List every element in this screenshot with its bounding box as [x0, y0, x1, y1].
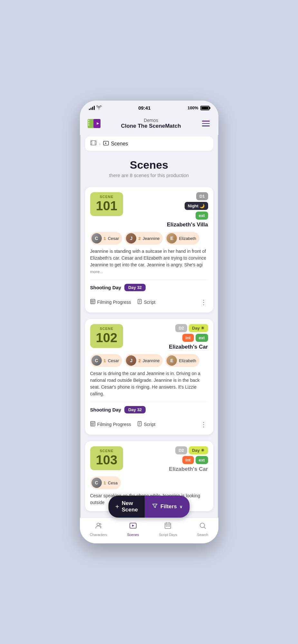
shooting-day-label: Shooting Day [90, 285, 121, 290]
svg-point-32 [100, 523, 101, 525]
svg-rect-38 [166, 526, 167, 527]
scene-card-top-102: SCENE 102 D2 Day ☀ int ext Elizabeth's C… [90, 324, 208, 350]
shooting-day-badge-102: Day 32 [124, 406, 146, 413]
filters-button[interactable]: Filters ∨ [145, 496, 190, 518]
script-days-nav-icon [164, 522, 172, 531]
char-num-1-102: 1 [104, 358, 106, 363]
scene-number-badge-101: SCENE 101 [90, 192, 123, 216]
status-time: 09:41 [138, 105, 150, 111]
hamburger-line-3 [202, 125, 210, 126]
main-scroll[interactable]: Scenes there are 8 scenes for this produ… [80, 154, 218, 543]
svg-rect-11 [95, 144, 96, 144]
nav-scenes[interactable]: Scenes [123, 520, 143, 538]
scene-location-102: Elizabeth's Car [169, 344, 208, 350]
new-scene-button[interactable]: + New Scene [108, 496, 145, 518]
script-btn-101[interactable]: Script [137, 299, 156, 305]
header-main-title: Clone The SceneMatch [121, 123, 181, 129]
filming-progress-btn-102[interactable]: Filming Progress [90, 421, 131, 428]
scene-label: SCENE [96, 195, 118, 199]
scene-number-badge-103: SCENE 103 [90, 446, 123, 470]
shooting-day-label-102: Shooting Day [90, 407, 121, 412]
character-chip-cesar-103: C 1 Cesa [90, 476, 121, 489]
character-chip-jeannine: J 2 Jeannine [125, 232, 163, 245]
nav-script-days[interactable]: Script Days [155, 520, 181, 538]
scene-card-top-103: SCENE 103 D2 Day ☀ int ext Elizabeth's C… [90, 446, 208, 472]
nav-search[interactable]: Search [193, 520, 212, 538]
app-header: Demos Clone The SceneMatch [80, 113, 218, 135]
battery-fill [201, 107, 208, 109]
nav-characters[interactable]: Characters [86, 520, 111, 538]
character-chip-elizabeth: E Elizabeth [165, 232, 199, 245]
scene-tags-101: D1 Night 🌙 ext [180, 192, 208, 220]
tag-day-103: Day ☀ [189, 446, 208, 454]
app-logo [86, 116, 102, 131]
svg-rect-13 [91, 299, 95, 304]
page-title-area: Scenes there are 8 scenes for this produ… [85, 154, 213, 181]
char-avatar-elizabeth-102: E [167, 355, 177, 366]
shooting-day-row-102: Shooting Day Day 32 [90, 402, 208, 413]
scene-label-102: SCENE [96, 327, 118, 331]
char-name-jeannine-102: Jeannine [143, 358, 160, 363]
characters-nav-label: Characters [90, 533, 107, 537]
scene-label-103: SCENE [96, 449, 118, 453]
svg-point-41 [200, 523, 205, 528]
hamburger-button[interactable] [200, 118, 212, 129]
svg-rect-39 [168, 526, 168, 527]
char-avatar-jeannine-102: J [126, 355, 136, 366]
scene-num-101: 101 [96, 199, 118, 213]
scene-num-103: 103 [96, 453, 118, 467]
scenes-breadcrumb-icon [103, 140, 109, 147]
svg-rect-40 [169, 526, 170, 527]
tag-d2-103: D2 [175, 446, 187, 454]
filming-progress-btn-101[interactable]: Filming Progress [90, 299, 131, 305]
filming-icon [90, 299, 95, 305]
svg-point-31 [97, 523, 100, 526]
tag-ext: ext [196, 212, 208, 220]
script-icon [137, 299, 142, 305]
filming-progress-label: Filming Progress [97, 300, 131, 305]
phone-frame: 09:41 100% Demos Clone The SceneMatch [80, 101, 218, 543]
char-num-2: 2 [138, 236, 140, 241]
script-btn-102[interactable]: Script [137, 421, 156, 428]
char-avatar-cesar: C [91, 233, 102, 243]
hamburger-line-2 [202, 123, 210, 124]
search-nav-label: Search [197, 533, 208, 537]
battery-percentage: 100% [187, 105, 198, 110]
actions-row-102: Filming Progress Script ⋮ [90, 417, 208, 430]
wifi-icon [96, 105, 101, 110]
status-bar: 09:41 100% [80, 101, 218, 113]
tag-d1: D1 [196, 192, 208, 200]
char-avatar-cesar-102: C [91, 355, 102, 366]
chevron-down-icon: ∨ [179, 504, 183, 509]
svg-rect-3 [88, 124, 89, 126]
more-options-btn-101[interactable]: ⋮ [199, 297, 208, 307]
char-name-cesar-102: Cesar [108, 358, 119, 363]
script-label: Script [144, 300, 156, 305]
svg-rect-10 [95, 141, 96, 142]
plus-icon: + [115, 503, 119, 510]
breadcrumb: › Scenes [85, 136, 213, 151]
filming-icon-102 [90, 421, 95, 428]
script-icon-102 [137, 421, 142, 428]
shooting-day-badge-101: Day 32 [124, 284, 146, 291]
search-nav-icon [199, 522, 207, 531]
svg-rect-2 [88, 122, 89, 124]
filters-label: Filters [160, 503, 177, 510]
breadcrumb-scenes-label: Scenes [111, 141, 128, 147]
scene-desc-102: Cesar is driving the car and Jeannine is… [90, 370, 208, 397]
header-title: Demos Clone The SceneMatch [121, 118, 181, 129]
scene-more-101[interactable]: more... [90, 269, 103, 274]
tag-int-103: int [182, 456, 194, 464]
battery-area: 100% [187, 105, 209, 110]
scene-card-top: SCENE 101 D1 Night 🌙 ext Elizabeth's Vil… [90, 192, 208, 228]
char-num-1-103: 1 [104, 481, 106, 485]
char-avatar-jeannine: J [126, 233, 136, 243]
tag-d2-102: D2 [175, 324, 187, 332]
more-options-btn-102[interactable]: ⋮ [199, 419, 208, 430]
scene-desc-101: Jeannine is standing with a suitcase in … [90, 248, 208, 275]
new-scene-label: New Scene [122, 500, 138, 513]
signal-bars [89, 106, 95, 110]
character-chip-cesar: C 1 Cesar [90, 232, 122, 245]
svg-rect-9 [91, 144, 92, 144]
character-chip-cesar-102: C 1 Cesar [90, 354, 122, 367]
